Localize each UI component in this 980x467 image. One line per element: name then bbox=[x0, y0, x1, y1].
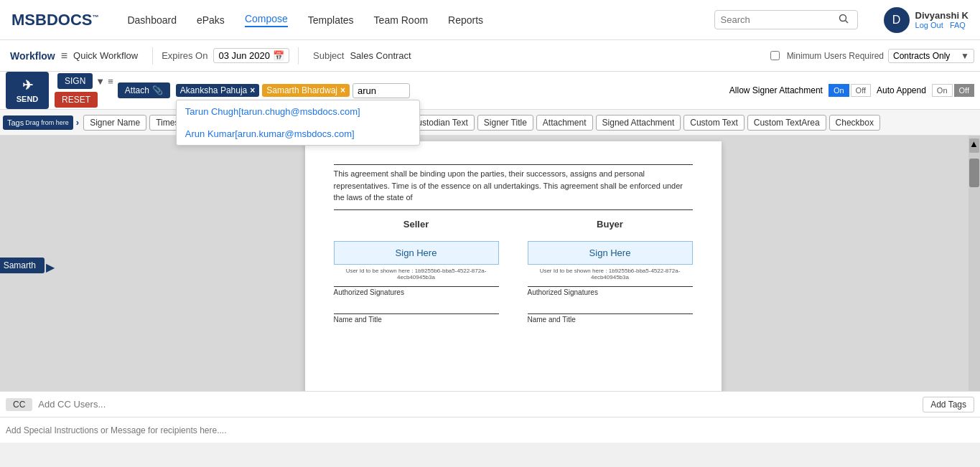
allow-signer-toggle: On Off bbox=[829, 84, 871, 97]
divider2 bbox=[298, 47, 299, 65]
tag-custom-text[interactable]: Custom Text bbox=[683, 115, 744, 131]
cc-label: CC bbox=[6, 398, 32, 411]
signer-arrow-icon: ▶ bbox=[46, 260, 55, 274]
buyer-name-title-line bbox=[528, 313, 693, 314]
recipient-input[interactable] bbox=[353, 83, 410, 98]
seller-sign-here-box[interactable]: Sign Here bbox=[334, 241, 499, 265]
user-name: Divyanshi K bbox=[915, 10, 969, 21]
add-tags-button[interactable]: Add Tags bbox=[923, 397, 974, 412]
logo: MSB DOCS™ bbox=[11, 11, 98, 29]
doc-line-mid bbox=[334, 209, 693, 210]
tag-custom-textarea[interactable]: Custom TextArea bbox=[747, 115, 826, 131]
user-area: D Divyanshi K Log Out FAQ bbox=[884, 7, 969, 33]
svg-line-1 bbox=[845, 21, 848, 24]
min-users-value: Contracts Only bbox=[893, 51, 950, 61]
search-input[interactable] bbox=[721, 14, 836, 25]
action-recipients-bar: ✈ SEND SIGN ▼ ≡ RESET Attach 📎 Akanksha … bbox=[0, 72, 980, 110]
seller-auth-sig-label: Authorized Signatures bbox=[334, 288, 499, 296]
autocomplete-dropdown: Tarun Chugh[tarun.chugh@msbdocs.com] Aru… bbox=[176, 100, 420, 146]
chip-remove-icon[interactable]: × bbox=[340, 85, 345, 95]
scroll-up-button[interactable]: ▲ bbox=[969, 138, 979, 153]
attach-button[interactable]: Attach 📎 bbox=[118, 82, 170, 98]
tag-checkbox[interactable]: Checkbox bbox=[829, 115, 880, 131]
buyer-name-title-label: Name and Title bbox=[528, 316, 693, 324]
seller-name-title-line bbox=[334, 313, 499, 314]
buyer-sign-here-box[interactable]: Sign Here bbox=[528, 241, 693, 265]
main-nav: Dashboard ePaks Compose Templates Team R… bbox=[127, 13, 696, 27]
calendar-icon[interactable]: 📅 bbox=[273, 50, 284, 61]
doc-body-text: This agreement shall be binding upon the… bbox=[334, 168, 693, 204]
allow-signer-on-button[interactable]: On bbox=[829, 84, 849, 97]
tag-attachment[interactable]: Attachment bbox=[536, 115, 593, 131]
search-area[interactable] bbox=[714, 10, 858, 29]
logout-link[interactable]: Log Out bbox=[915, 21, 943, 29]
allow-signer-label: Allow Signer Attachment bbox=[729, 85, 823, 95]
svg-point-0 bbox=[839, 15, 846, 22]
doc-columns: Seller Sign Here User Id to be shown her… bbox=[334, 219, 693, 324]
buyer-title: Buyer bbox=[528, 219, 693, 230]
tags-label: Tags bbox=[7, 118, 24, 127]
recipient-chip-akanksha[interactable]: Akanksha Pahuja × bbox=[176, 84, 259, 97]
workflow-label: Workflow bbox=[10, 50, 55, 62]
reset-button[interactable]: RESET bbox=[55, 92, 98, 108]
main-area: Samarth ▶ This agreement shall be bindin… bbox=[0, 136, 980, 391]
workflow-menu-icon[interactable]: ≡ bbox=[61, 49, 67, 62]
tags-row: Tags Drag from here › Signer Name Timest… bbox=[0, 110, 980, 136]
recipients-area: Akanksha Pahuja × Samarth Bhardwaj × Tar… bbox=[176, 83, 724, 98]
autocomplete-item-arun[interactable]: Arun Kumar[arun.kumar@msbdocs.com] bbox=[177, 123, 419, 145]
doc-page: This agreement shall be binding upon the… bbox=[305, 141, 722, 391]
scrollbar-area[interactable]: ▲ bbox=[969, 136, 980, 391]
tag-signer-name[interactable]: Signer Name bbox=[83, 115, 146, 131]
signer-panel: Samarth ▶ bbox=[0, 136, 57, 391]
chip-remove-icon[interactable]: × bbox=[250, 85, 255, 95]
search-icon[interactable] bbox=[839, 14, 849, 26]
auto-append-off-button[interactable]: Off bbox=[954, 84, 974, 97]
seller-col: Seller Sign Here User Id to be shown her… bbox=[334, 219, 499, 324]
doc-viewer: This agreement shall be binding upon the… bbox=[57, 136, 969, 391]
send-button[interactable]: ✈ SEND bbox=[6, 72, 49, 109]
user-info: Divyanshi K Log Out FAQ bbox=[915, 10, 969, 29]
buyer-auth-sig-line bbox=[528, 286, 693, 287]
min-users-dropdown[interactable]: Contracts Only ▼ bbox=[888, 49, 974, 63]
auto-append-label: Auto Append bbox=[877, 85, 926, 95]
scroll-thumb[interactable] bbox=[969, 159, 979, 187]
sign-button[interactable]: SIGN bbox=[57, 73, 93, 89]
min-users-label: Minimum Users Required bbox=[787, 51, 884, 61]
sign-row: SIGN ▼ ≡ bbox=[57, 73, 113, 89]
tags-drag-label[interactable]: Tags Drag from here bbox=[3, 115, 73, 130]
nav-templates[interactable]: Templates bbox=[308, 14, 354, 26]
autocomplete-name: Tarun Chugh bbox=[185, 106, 238, 117]
buyer-col: Buyer Sign Here User Id to be shown here… bbox=[528, 219, 693, 324]
recipient-chip-samarth[interactable]: Samarth Bhardwaj × bbox=[262, 84, 350, 97]
nav-epaks[interactable]: ePaks bbox=[197, 14, 225, 26]
faq-link[interactable]: FAQ bbox=[950, 21, 966, 29]
instructions-bar bbox=[0, 417, 980, 443]
nav-reports[interactable]: Reports bbox=[448, 14, 483, 26]
min-users-checkbox[interactable] bbox=[770, 51, 780, 60]
subject-label: Subject bbox=[313, 50, 344, 61]
sign-menu-icon[interactable]: ▼ bbox=[95, 76, 105, 87]
buyer-auth-sig-label: Authorized Signatures bbox=[528, 288, 693, 296]
expires-field[interactable]: 03 Jun 2020 📅 bbox=[213, 48, 289, 63]
sign-hamburger-icon[interactable]: ≡ bbox=[108, 76, 113, 87]
avatar: D bbox=[884, 7, 910, 33]
allow-signer-off-button[interactable]: Off bbox=[851, 84, 871, 97]
tag-signer-title[interactable]: Signer Title bbox=[477, 115, 533, 131]
auto-append-on-button[interactable]: On bbox=[932, 84, 953, 97]
signer-button[interactable]: Samarth bbox=[0, 258, 45, 273]
seller-name-title-label: Name and Title bbox=[334, 316, 499, 324]
send-label: SEND bbox=[17, 95, 39, 103]
autocomplete-item-tarun[interactable]: Tarun Chugh[tarun.chugh@msbdocs.com] bbox=[177, 100, 419, 123]
nav-compose[interactable]: Compose bbox=[245, 13, 288, 27]
logo-docs: DOCS™ bbox=[47, 11, 99, 29]
chip-label: Akanksha Pahuja bbox=[180, 85, 247, 95]
tag-signed-attachment[interactable]: Signed Attachment bbox=[596, 115, 681, 131]
instructions-input[interactable] bbox=[6, 425, 974, 435]
autocomplete-email: [arun.kumar@msbdocs.com] bbox=[235, 128, 354, 139]
cc-input[interactable] bbox=[38, 399, 917, 410]
nav-dashboard[interactable]: Dashboard bbox=[127, 14, 177, 26]
clip-icon: 📎 bbox=[152, 85, 163, 95]
tags-arrow[interactable]: › bbox=[76, 117, 79, 128]
seller-user-id: User Id to be shown here : 1b9255b6-bba5… bbox=[334, 268, 499, 280]
nav-teamroom[interactable]: Team Room bbox=[374, 14, 428, 26]
